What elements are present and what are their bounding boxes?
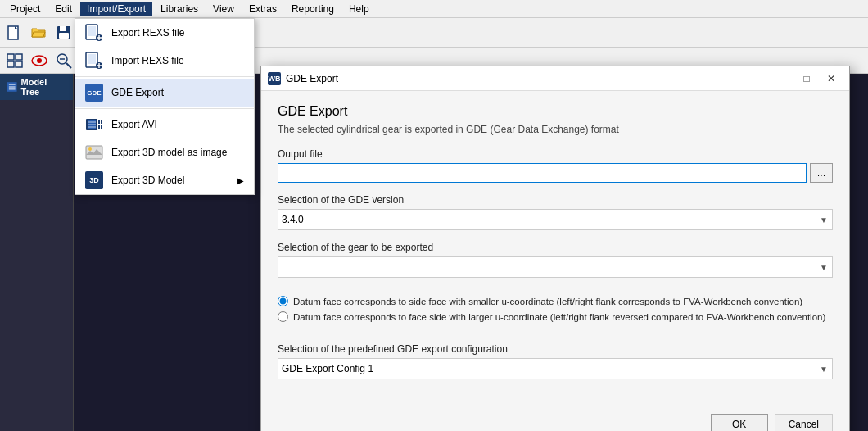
- gde-version-label: Selection of the GDE version: [278, 194, 833, 206]
- zoom-button[interactable]: [52, 49, 75, 72]
- export-avi-icon: [85, 116, 103, 134]
- export-rexs-label: Export REXS file: [111, 27, 184, 39]
- export-3d-image-item[interactable]: Export 3D model as image: [75, 138, 254, 166]
- import-export-menu: Export REXS file Import REXS file GDE GD…: [75, 18, 255, 195]
- svg-rect-20: [7, 54, 14, 60]
- gde-export-icon: GDE: [85, 84, 103, 102]
- output-file-input[interactable]: [278, 163, 807, 183]
- dialog-heading: GDE Export: [278, 104, 833, 119]
- ok-button[interactable]: OK: [711, 414, 768, 431]
- svg-point-56: [88, 147, 92, 151]
- restore-dialog-button[interactable]: □: [795, 70, 818, 88]
- gde-version-select-wrapper: 3.4.0 3.3.0 3.2.0: [278, 209, 833, 230]
- dialog-icon: WB: [268, 72, 281, 85]
- svg-rect-53: [101, 125, 102, 129]
- gde-export-dialog: WB GDE Export — □ ✕ GDE Export The selec…: [260, 66, 850, 431]
- gear-selection-select[interactable]: [278, 256, 833, 278]
- export-3d-image-label: Export 3D model as image: [111, 147, 227, 158]
- export-rexs-item[interactable]: Export REXS file: [75, 19, 254, 47]
- svg-rect-52: [98, 125, 100, 129]
- dialog-title: GDE Export: [286, 73, 766, 84]
- svg-rect-50: [98, 120, 100, 124]
- menu-divider-1: [75, 76, 254, 77]
- svg-rect-36: [88, 26, 96, 36]
- radio-item-2: Datum face corresponds to face side with…: [278, 311, 833, 322]
- gde-export-label: GDE Export: [111, 87, 164, 98]
- close-dialog-button[interactable]: ✕: [820, 70, 843, 88]
- output-file-label: Output file: [278, 148, 833, 160]
- gde-version-select[interactable]: 3.4.0 3.3.0 3.2.0: [278, 209, 833, 230]
- export-config-label: Selection of the predefined GDE export c…: [278, 343, 833, 355]
- dialog-titlebar: WB GDE Export — □ ✕: [261, 66, 849, 91]
- import-rexs-icon: [85, 52, 103, 70]
- export-config-select-wrapper: GDE Export Config 1 GDE Export Config 2: [278, 358, 833, 379]
- sidebar: Model Tree: [0, 74, 74, 431]
- export-3d-model-item[interactable]: 3D Export 3D Model ▶: [75, 166, 254, 194]
- dialog-description: The selected cylindrical gear is exporte…: [278, 124, 833, 135]
- save-button[interactable]: [52, 21, 75, 44]
- open-button[interactable]: [28, 21, 51, 44]
- gear-selection-label: Selection of the gear to be exported: [278, 242, 833, 253]
- menu-help[interactable]: Help: [342, 2, 376, 16]
- menubar: Project Edit Import/Export Libraries Vie…: [0, 0, 868, 18]
- gde-export-item[interactable]: GDE GDE Export: [75, 79, 254, 107]
- eye-button[interactable]: [28, 49, 51, 72]
- radio-label-2: Datum face corresponds to face side with…: [293, 312, 825, 322]
- radio-label-1: Datum face corresponds to side face with…: [293, 297, 802, 306]
- menu-libraries[interactable]: Libraries: [154, 2, 205, 16]
- datum-face-radio-group: Datum face corresponds to side face with…: [278, 289, 833, 333]
- export-config-group: Selection of the predefined GDE export c…: [278, 343, 833, 379]
- titlebar-buttons: — □ ✕: [771, 70, 843, 88]
- import-rexs-item[interactable]: Import REXS file: [75, 47, 254, 75]
- svg-rect-22: [7, 61, 14, 67]
- grid-button[interactable]: [3, 49, 26, 72]
- output-file-input-row: …: [278, 163, 833, 183]
- gde-version-group: Selection of the GDE version 3.4.0 3.3.0…: [278, 194, 833, 230]
- menu-view[interactable]: View: [206, 2, 241, 16]
- export-avi-label: Export AVI: [111, 119, 157, 130]
- export-3d-image-icon: [85, 143, 103, 161]
- radio-item-1: Datum face corresponds to side face with…: [278, 296, 833, 306]
- browse-button[interactable]: …: [810, 163, 833, 183]
- menu-extras[interactable]: Extras: [242, 2, 283, 16]
- menu-import-export[interactable]: Import/Export: [80, 2, 152, 16]
- import-rexs-label: Import REXS file: [111, 55, 184, 66]
- menu-reporting[interactable]: Reporting: [285, 2, 341, 16]
- export-3d-model-icon: 3D: [85, 171, 103, 189]
- output-file-group: Output file …: [278, 148, 833, 183]
- minimize-dialog-button[interactable]: —: [771, 70, 793, 88]
- dialog-footer: OK Cancel: [261, 404, 849, 431]
- export-config-select[interactable]: GDE Export Config 1 GDE Export Config 2: [278, 358, 833, 379]
- model-tree-label: Model Tree: [0, 74, 73, 100]
- radio-smaller-u[interactable]: [278, 296, 288, 306]
- menu-project[interactable]: Project: [3, 2, 47, 16]
- gear-selection-select-wrapper: [278, 256, 833, 278]
- export-rexs-icon: [85, 24, 103, 42]
- svg-line-27: [66, 63, 71, 68]
- menu-divider-2: [75, 108, 254, 109]
- new-button[interactable]: [3, 21, 26, 44]
- svg-point-25: [37, 58, 42, 63]
- radio-larger-u[interactable]: [278, 311, 288, 322]
- svg-rect-3: [60, 26, 66, 31]
- svg-rect-41: [88, 54, 96, 64]
- svg-rect-4: [59, 33, 69, 39]
- dialog-body: GDE Export The selected cylindrical gear…: [261, 91, 849, 404]
- submenu-arrow: ▶: [237, 176, 244, 185]
- cancel-button[interactable]: Cancel: [775, 414, 833, 431]
- svg-rect-51: [101, 120, 102, 124]
- menu-edit[interactable]: Edit: [48, 2, 79, 16]
- export-avi-item[interactable]: Export AVI: [75, 111, 254, 138]
- export-3d-model-label: Export 3D Model: [111, 175, 184, 186]
- svg-rect-21: [16, 54, 22, 60]
- gear-selection-group: Selection of the gear to be exported: [278, 242, 833, 278]
- svg-rect-23: [16, 61, 22, 67]
